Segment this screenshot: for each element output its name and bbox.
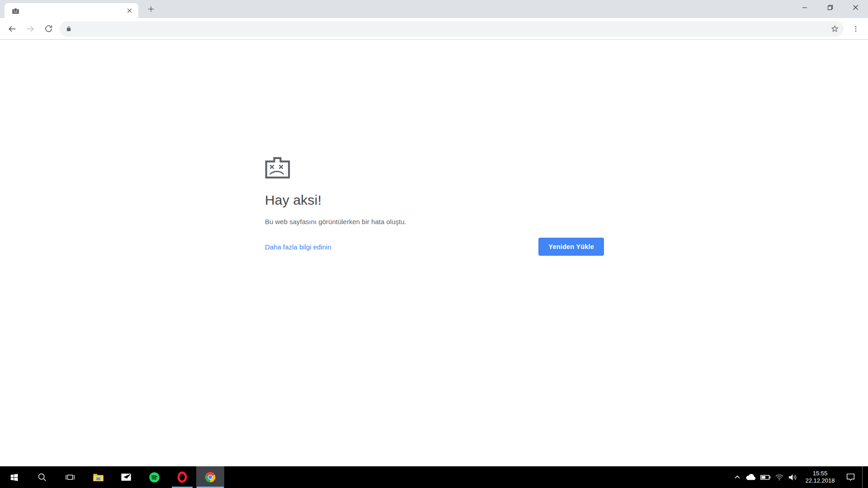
- search-icon: [37, 472, 47, 482]
- wifi-icon[interactable]: [775, 466, 784, 488]
- system-tray: 15:55 22.12.2018: [734, 466, 868, 488]
- reload-icon[interactable]: [41, 21, 56, 37]
- clock-time: 15:55: [803, 470, 837, 477]
- forward-icon[interactable]: [23, 21, 38, 37]
- spotify-button[interactable]: [140, 466, 168, 488]
- tab-close-icon[interactable]: [124, 5, 135, 16]
- reload-page-button[interactable]: Yeniden Yükle: [538, 238, 604, 256]
- error-page: Hay aksi! Bu web sayfasını görüntülerken…: [0, 40, 868, 466]
- clock-date: 22.12.2018: [803, 477, 837, 484]
- chrome-button[interactable]: [196, 466, 224, 488]
- file-explorer-button[interactable]: [84, 466, 112, 488]
- taskbar-apps: [0, 466, 224, 488]
- spotify-icon: [149, 472, 160, 483]
- action-center-icon[interactable]: [843, 466, 858, 488]
- onedrive-cloud-icon[interactable]: [745, 466, 756, 488]
- error-actions: Daha fazla bilgi edinin Yeniden Yükle: [265, 238, 604, 256]
- mail-button[interactable]: [112, 466, 140, 488]
- taskbar-clock[interactable]: 15:55 22.12.2018: [802, 470, 839, 484]
- start-button[interactable]: [0, 466, 28, 488]
- taskbar: 15:55 22.12.2018: [0, 466, 868, 488]
- address-bar[interactable]: [60, 21, 844, 37]
- windows-logo-icon: [9, 473, 19, 482]
- address-bar-input[interactable]: [75, 25, 827, 33]
- chrome-icon: [204, 471, 216, 483]
- minimize-icon[interactable]: [792, 0, 817, 15]
- task-view-icon: [65, 472, 75, 482]
- browser-toolbar: [0, 18, 868, 40]
- file-explorer-icon: [93, 472, 104, 482]
- new-tab-button[interactable]: [145, 3, 157, 15]
- mail-icon: [121, 473, 132, 482]
- back-icon[interactable]: [5, 21, 20, 37]
- lock-icon[interactable]: [66, 25, 72, 32]
- opera-icon: [177, 471, 188, 483]
- browser-window: Hay aksi! Bu web sayfasını görüntülerken…: [0, 0, 868, 466]
- sad-folder-icon: [265, 156, 604, 181]
- show-desktop-button[interactable]: [862, 466, 866, 488]
- sad-folder-favicon-icon: [12, 7, 19, 14]
- opera-button[interactable]: [168, 466, 196, 488]
- battery-icon[interactable]: [760, 466, 771, 488]
- window-controls: [792, 0, 868, 15]
- menu-dots-icon[interactable]: [848, 21, 863, 37]
- volume-icon[interactable]: [788, 466, 797, 488]
- search-button[interactable]: [28, 466, 56, 488]
- browser-tab[interactable]: [5, 3, 138, 18]
- restore-icon[interactable]: [817, 0, 843, 15]
- error-message: Bu web sayfasını görüntülerken bir hata …: [265, 218, 604, 225]
- hidden-icons-chevron-icon[interactable]: [734, 466, 741, 488]
- error-content: Hay aksi! Bu web sayfasını görüntülerken…: [265, 156, 604, 256]
- close-icon[interactable]: [843, 0, 868, 15]
- task-view-button[interactable]: [56, 466, 84, 488]
- tab-strip: [0, 0, 868, 18]
- learn-more-link[interactable]: Daha fazla bilgi edinin: [265, 243, 331, 251]
- bookmark-star-icon[interactable]: [830, 24, 839, 33]
- error-title: Hay aksi!: [265, 192, 604, 208]
